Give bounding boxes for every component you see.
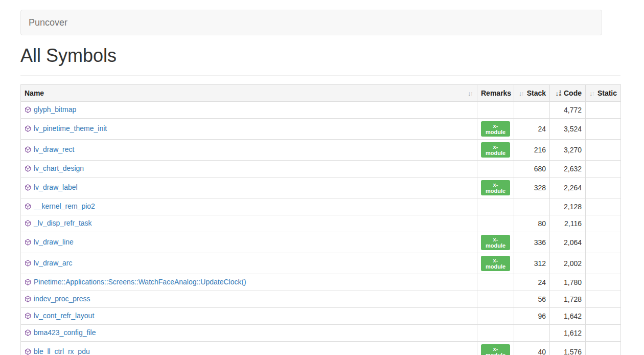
stack-cell: 216	[514, 140, 550, 161]
code-cell: 4,772	[550, 102, 586, 119]
sort-descending-icon: ↓za	[556, 90, 561, 97]
symbol-cube-icon	[25, 183, 31, 193]
column-header-static[interactable]: ↓↑ Static	[586, 85, 621, 102]
column-header-name[interactable]: Name ↓↑	[21, 85, 477, 102]
table-row: glyph_bitmap 4,772	[21, 102, 621, 119]
static-cell	[586, 161, 621, 178]
code-cell: 2,264	[550, 178, 586, 198]
symbol-link[interactable]: _lv_disp_refr_task	[34, 219, 92, 227]
symbol-link[interactable]: lv_draw_rect	[34, 145, 74, 153]
static-cell	[586, 291, 621, 308]
stack-cell: 80	[514, 215, 550, 232]
remark-badge: x-module	[481, 256, 510, 271]
column-header-remarks[interactable]: Remarks	[477, 85, 514, 102]
name-cell: _lv_disp_refr_task	[21, 215, 477, 232]
remarks-cell: x-module	[477, 232, 514, 253]
static-cell	[586, 253, 621, 274]
remarks-cell: x-module	[477, 178, 514, 198]
remarks-cell	[477, 274, 514, 291]
symbol-cube-icon	[25, 278, 31, 288]
table-row: lv_draw_rect x-module 216 3,270	[21, 140, 621, 161]
symbol-cube-icon	[25, 259, 31, 269]
column-label-stack: Stack	[527, 88, 546, 98]
symbol-link[interactable]: lv_draw_label	[34, 183, 78, 191]
symbol-link[interactable]: Pinetime::Applications::Screens::WatchFa…	[34, 278, 246, 286]
stack-cell: 24	[514, 119, 550, 140]
symbol-cube-icon	[25, 145, 31, 156]
name-cell: lv_chart_design	[21, 161, 477, 178]
static-cell	[586, 198, 621, 215]
remarks-cell	[477, 308, 514, 325]
stack-cell: 56	[514, 291, 550, 308]
static-cell	[586, 140, 621, 161]
name-cell: indev_proc_press	[21, 291, 477, 308]
symbol-cube-icon	[25, 328, 31, 339]
symbol-link[interactable]: glyph_bitmap	[34, 105, 76, 114]
code-cell: 1,612	[550, 325, 586, 342]
table-row: __kernel_rem_pio2 2,128	[21, 198, 621, 215]
remark-badge: x-module	[481, 344, 510, 355]
remarks-cell	[477, 291, 514, 308]
stack-cell	[514, 198, 550, 215]
name-cell: lv_draw_rect	[21, 140, 477, 161]
stack-cell	[514, 102, 550, 119]
table-row: indev_proc_press 56 1,728	[21, 291, 621, 308]
column-header-code[interactable]: ↓za Code	[550, 85, 586, 102]
symbol-link[interactable]: lv_draw_arc	[34, 259, 72, 267]
stack-cell: 24	[514, 274, 550, 291]
remark-badge: x-module	[481, 180, 510, 195]
stack-cell: 328	[514, 178, 550, 198]
symbol-link[interactable]: indev_proc_press	[34, 295, 90, 303]
table-body: glyph_bitmap 4,772 lv_pinetime_theme_ini…	[21, 102, 621, 355]
column-label-static: Static	[597, 88, 617, 98]
code-cell: 2,064	[550, 232, 586, 253]
stack-cell: 312	[514, 253, 550, 274]
remark-badge: x-module	[481, 235, 510, 250]
symbol-link[interactable]: __kernel_rem_pio2	[34, 202, 95, 210]
page-title: All Symbols	[20, 46, 644, 66]
column-label-remarks: Remarks	[481, 88, 511, 98]
symbol-link[interactable]: lv_pinetime_theme_init	[34, 124, 107, 132]
code-cell: 2,002	[550, 253, 586, 274]
remarks-cell	[477, 325, 514, 342]
table-row: _lv_disp_refr_task 80 2,116	[21, 215, 621, 232]
navbar: Puncover	[20, 10, 602, 35]
remarks-cell: x-module	[477, 140, 514, 161]
code-cell: 3,270	[550, 140, 586, 161]
name-cell: lv_pinetime_theme_init	[21, 119, 477, 140]
table-row: ble_ll_ctrl_rx_pdu x-module 40 1,576	[21, 342, 621, 355]
column-header-stack[interactable]: ↓↑ Stack	[514, 85, 550, 102]
symbol-link[interactable]: lv_cont_refr_layout	[34, 312, 94, 320]
code-cell: 1,780	[550, 274, 586, 291]
table-row: lv_draw_line x-module 336 2,064	[21, 232, 621, 253]
remarks-cell: x-module	[477, 119, 514, 140]
code-cell: 3,524	[550, 119, 586, 140]
symbol-cube-icon	[25, 219, 31, 229]
static-cell	[586, 102, 621, 119]
code-cell: 1,728	[550, 291, 586, 308]
remarks-cell	[477, 215, 514, 232]
name-cell: bma423_config_file	[21, 325, 477, 342]
symbol-link[interactable]: ble_ll_ctrl_rx_pdu	[34, 347, 90, 355]
stack-cell: 96	[514, 308, 550, 325]
stack-cell: 40	[514, 342, 550, 355]
table-row: bma423_config_file 1,612	[21, 325, 621, 342]
sort-unsorted-icon: ↓↑	[519, 90, 524, 97]
remarks-cell	[477, 198, 514, 215]
symbol-link[interactable]: bma423_config_file	[34, 328, 96, 337]
symbol-link[interactable]: lv_draw_line	[34, 238, 74, 246]
stack-cell: 680	[514, 161, 550, 178]
navbar-brand[interactable]: Puncover	[21, 10, 75, 35]
static-cell	[586, 215, 621, 232]
column-label-name: Name	[25, 88, 44, 98]
symbol-cube-icon	[25, 105, 31, 116]
symbol-cube-icon	[25, 164, 31, 174]
static-cell	[586, 308, 621, 325]
divider	[20, 75, 620, 76]
remarks-cell	[477, 102, 514, 119]
name-cell: glyph_bitmap	[21, 102, 477, 119]
symbol-link[interactable]: lv_chart_design	[34, 164, 84, 172]
symbol-cube-icon	[25, 295, 31, 305]
remarks-cell: x-module	[477, 253, 514, 274]
code-cell: 2,632	[550, 161, 586, 178]
